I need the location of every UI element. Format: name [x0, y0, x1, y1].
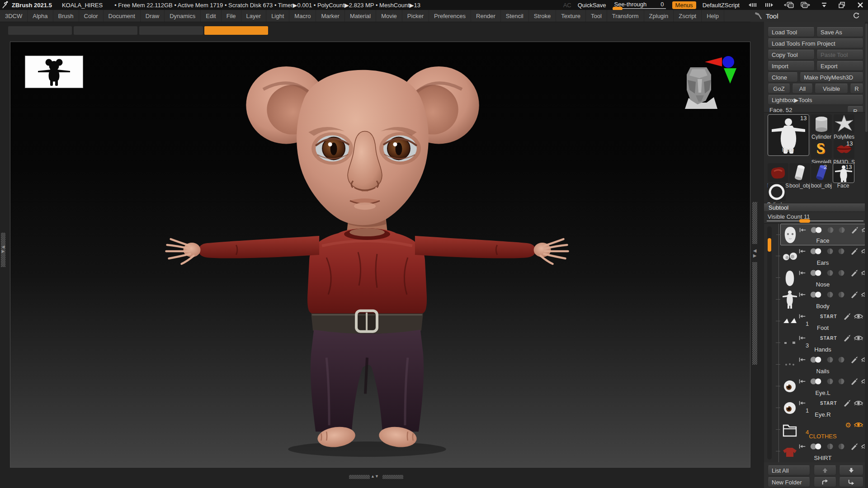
restore-icon[interactable] — [836, 1, 848, 9]
menu-item-macro[interactable]: Macro — [289, 10, 316, 22]
polypaint-toggle-icon[interactable] — [809, 248, 823, 255]
polypaint-brush-icon[interactable] — [851, 226, 859, 234]
merge-down-icon[interactable] — [798, 249, 807, 254]
divider-left-icon[interactable] — [746, 1, 758, 9]
polypaint-toggle-icon[interactable] — [809, 378, 823, 385]
polypaint-brush-icon[interactable] — [850, 248, 859, 255]
tool-button-visible[interactable]: Visible — [815, 84, 848, 94]
tray-tab-1[interactable] — [8, 26, 72, 35]
prev-layout-icon[interactable] — [782, 1, 794, 9]
visible-count-handle[interactable] — [799, 219, 810, 223]
texture-toggle-icon[interactable] — [837, 226, 846, 234]
subtool-row-body[interactable]: Body — [780, 289, 865, 310]
next-layout-icon[interactable] — [800, 1, 812, 9]
see-through-slider[interactable]: See-through 0 — [613, 1, 666, 9]
polypaint-brush-icon[interactable] — [850, 269, 859, 277]
menu-item-preferences[interactable]: Preferences — [429, 10, 471, 22]
tray-tab-2[interactable] — [74, 26, 137, 35]
texture-toggle-icon[interactable] — [837, 291, 846, 298]
menu-item-transform[interactable]: Transform — [607, 10, 644, 22]
subtool-up-button[interactable] — [814, 465, 836, 475]
tool-button-copy-tool[interactable]: Copy Tool — [768, 50, 815, 60]
polypaint-brush-icon[interactable] — [850, 378, 859, 385]
merge-down-icon[interactable] — [798, 292, 807, 297]
menu-item-brush[interactable]: Brush — [53, 10, 79, 22]
uv-toggle-icon[interactable] — [826, 269, 835, 277]
divider-right-icon[interactable] — [764, 1, 776, 9]
uv-toggle-icon[interactable] — [826, 291, 835, 298]
menu-item-light[interactable]: Light — [266, 10, 289, 22]
menu-item-stencil[interactable]: Stencil — [501, 10, 529, 22]
visibility-eye-icon[interactable] — [854, 400, 863, 406]
polypaint-toggle-icon[interactable] — [809, 269, 823, 277]
polypaint-brush-icon[interactable] — [850, 443, 859, 450]
document-viewport[interactable] — [10, 42, 750, 468]
polypaint-brush-icon[interactable] — [843, 399, 851, 407]
tool-button-save-as[interactable]: Save As — [816, 27, 863, 37]
texture-toggle-icon[interactable] — [837, 248, 846, 255]
uv-toggle-icon[interactable] — [826, 356, 835, 363]
tool-button-goz[interactable]: GoZ — [768, 84, 790, 94]
subtool-scrollbar-handle[interactable] — [768, 238, 771, 252]
tool-thumbnail-booi-obj[interactable] — [811, 163, 832, 182]
texture-toggle-icon[interactable] — [837, 443, 846, 450]
subtool-row-foot[interactable]: START1Foot — [780, 310, 865, 332]
merge-down-icon[interactable] — [798, 314, 807, 319]
tool-button-clone[interactable]: Clone — [768, 72, 798, 82]
menu-item-tool[interactable]: Tool — [586, 10, 607, 22]
menu-item-edit[interactable]: Edit — [201, 10, 221, 22]
canvas-hscroll-left[interactable] — [349, 475, 370, 479]
menu-item-marker[interactable]: Marker — [316, 10, 344, 22]
tool-button-import[interactable]: Import — [768, 61, 815, 71]
subtool-row-ears[interactable]: Ears — [780, 245, 865, 267]
menu-item-document[interactable]: Document — [104, 10, 141, 22]
merge-down-icon[interactable] — [799, 227, 807, 233]
menu-item-movie[interactable]: Movie — [376, 10, 402, 22]
menu-item-material[interactable]: Material — [345, 10, 376, 22]
uv-toggle-icon[interactable] — [826, 248, 835, 255]
tool-button-all[interactable]: All — [792, 84, 813, 94]
visibility-eye-icon[interactable] — [854, 335, 863, 341]
menu-item-picker[interactable]: Picker — [402, 10, 429, 22]
folder-gear-icon[interactable]: ⚙ — [845, 422, 851, 428]
menu-item-file[interactable]: File — [222, 10, 241, 22]
subtool-row-clothes[interactable]: ⚙4CLOTHES — [780, 419, 865, 441]
polypaint-brush-icon[interactable] — [843, 313, 851, 320]
menu-item-render[interactable]: Render — [471, 10, 501, 22]
subtool-section-header[interactable]: Subtool — [764, 203, 868, 212]
tool-thumbnail-booi-obj[interactable] — [789, 163, 810, 182]
move-out-folder-button[interactable] — [839, 477, 863, 487]
camera-orientation-widget[interactable] — [679, 55, 737, 118]
quicksave-button[interactable]: QuickSave — [578, 2, 606, 9]
tool-thumbnail-simpleb[interactable]: SS — [811, 140, 832, 159]
texture-toggle-icon[interactable] — [837, 378, 846, 385]
menu-item-layer[interactable]: Layer — [241, 10, 267, 22]
menus-toggle-button[interactable]: Menus — [672, 1, 696, 9]
merge-down-icon[interactable] — [798, 335, 807, 341]
tool-thumbnail-polymes[interactable] — [834, 114, 854, 133]
menu-item-zplugin[interactable]: Zplugin — [644, 10, 674, 22]
subtool-down-button[interactable] — [839, 465, 863, 475]
tool-thumbnail-pm3d-s[interactable] — [768, 163, 788, 182]
uv-toggle-icon[interactable] — [826, 226, 835, 234]
subtool-row-eye-r[interactable]: START1Eye.R — [780, 397, 865, 419]
subtool-row-eye-l[interactable]: Eye.L — [780, 375, 865, 397]
tool-button-make-polymesh3d[interactable]: Make PolyMesh3D — [800, 72, 863, 82]
tool-button-load-tool[interactable]: Load Tool — [768, 27, 815, 37]
document-preview-thumbnail[interactable] — [25, 56, 83, 88]
texture-toggle-icon[interactable] — [837, 356, 846, 363]
right-tray-handle[interactable] — [752, 202, 757, 365]
polypaint-toggle-icon[interactable] — [809, 291, 823, 298]
tool-thumbnail-cylinder[interactable] — [811, 114, 832, 133]
merge-down-icon[interactable] — [798, 444, 807, 449]
new-folder-button[interactable]: New Folder — [768, 477, 810, 487]
subtool-row-shirt[interactable]: SHIRT — [780, 441, 865, 462]
canvas-hscroll-right[interactable] — [382, 475, 403, 479]
folder-eye-icon[interactable] — [854, 422, 863, 428]
right-tray-arrows[interactable]: ◀▶ — [751, 244, 758, 262]
menu-item-alpha[interactable]: Alpha — [28, 10, 53, 22]
subtool-row-nails[interactable]: Nails — [780, 354, 865, 375]
tray-tab-3[interactable] — [139, 26, 203, 35]
tool-button-paste-tool[interactable]: Paste Tool — [816, 50, 863, 60]
polypaint-toggle-icon[interactable] — [809, 443, 823, 450]
